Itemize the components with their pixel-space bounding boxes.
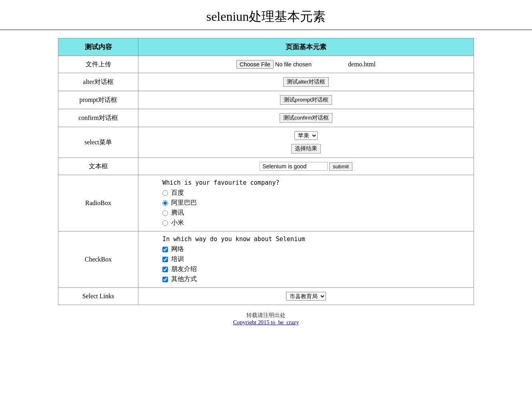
checkbox-label-wangluo: 网络 [171, 245, 184, 253]
label-text-box: 文本框 [58, 158, 138, 175]
select-links-area: 市县教育局 省教育厅 教育部 [286, 292, 326, 301]
file-input[interactable] [236, 60, 346, 69]
radio-question: Which is your favourite company? [162, 179, 467, 186]
radio-label-xiaomi: 小米 [171, 219, 184, 227]
content-text-box: submit [138, 158, 474, 175]
row-confirm: confirm对话框 测试confirm对话框 [58, 109, 474, 127]
confirm-button[interactable]: 测试confirm对话框 [280, 113, 333, 123]
checkbox-group: 网络 培训 朋友介绍 其他方式 [162, 245, 467, 283]
radio-alibaba[interactable] [162, 200, 168, 206]
links-select[interactable]: 市县教育局 省教育厅 教育部 [286, 292, 326, 301]
page-title: seleniun处理基本元素 [0, 0, 532, 30]
radio-label-baidu: 百度 [171, 189, 184, 197]
radio-label-alibaba: 阿里巴巴 [171, 199, 197, 207]
radio-xiaomi[interactable] [162, 220, 168, 226]
label-select-menu: select菜单 [58, 127, 138, 158]
checkbox-question: In which way do you know about Selenium [162, 235, 467, 243]
row-file-upload: 文件上传 demo.html [58, 56, 474, 73]
radio-option-baidu[interactable]: 百度 [162, 189, 467, 197]
radio-group: 百度 阿里巴巴 腾讯 小米 [162, 189, 467, 227]
radio-option-tencent[interactable]: 腾讯 [162, 209, 467, 217]
label-select-links: Select Links [58, 288, 138, 305]
content-radiobox: Which is your favourite company? 百度 阿里巴巴 [138, 175, 474, 231]
submit-button[interactable]: submit [329, 162, 352, 171]
content-prompt: 测试prompt对话框 [138, 91, 474, 109]
radio-option-xiaomi[interactable]: 小米 [162, 219, 467, 227]
checkbox-qita[interactable] [162, 277, 168, 282]
label-radiobox: RadioBox [58, 175, 138, 231]
file-upload-area: demo.html [236, 60, 376, 69]
checkbox-option-qita[interactable]: 其他方式 [162, 275, 467, 283]
radio-tencent[interactable] [162, 210, 168, 216]
row-prompt: prompt对话框 测试prompt对话框 [58, 91, 474, 109]
select-menu-area: 苹果 香蕉 橙子 选择结果 [145, 131, 467, 154]
fruit-select[interactable]: 苹果 香蕉 橙子 [294, 131, 318, 140]
text-input[interactable] [260, 162, 328, 171]
footer-copyright[interactable]: Copyright 2015 to_be_crazy [233, 319, 299, 325]
content-file-upload: demo.html [138, 56, 474, 73]
main-table: 测试内容 页面基本元素 文件上传 demo.html alter对话框 测试al [58, 38, 474, 305]
content-checkbox: In which way do you know about Selenium … [138, 231, 474, 288]
prompt-button[interactable]: 测试prompt对话框 [280, 95, 332, 105]
content-alter: 测试alter对话框 [138, 73, 474, 91]
file-name-display: demo.html [348, 61, 376, 68]
radio-label-tencent: 腾讯 [171, 209, 184, 217]
checkbox-label-peixun: 培训 [171, 255, 184, 263]
row-checkbox: CheckBox In which way do you know about … [58, 231, 474, 288]
radio-baidu[interactable] [162, 190, 168, 196]
content-select-menu: 苹果 香蕉 橙子 选择结果 [138, 127, 474, 158]
checkbox-label-qita: 其他方式 [171, 275, 197, 283]
label-checkbox: CheckBox [58, 231, 138, 288]
checkbox-option-peixun[interactable]: 培训 [162, 255, 467, 263]
header-col1: 测试内容 [58, 38, 138, 56]
row-select-menu: select菜单 苹果 香蕉 橙子 选择结果 [58, 127, 474, 158]
radio-option-alibaba[interactable]: 阿里巴巴 [162, 199, 467, 207]
checkbox-pengyou[interactable] [162, 267, 168, 272]
label-file-upload: 文件上传 [58, 56, 138, 73]
alter-button[interactable]: 测试alter对话框 [283, 77, 329, 87]
header-col2: 页面基本元素 [138, 38, 474, 56]
select-result-button[interactable]: 选择结果 [291, 144, 321, 154]
footer-notice: 转载请注明出处 [58, 311, 474, 319]
checkbox-peixun[interactable] [162, 257, 168, 262]
row-radiobox: RadioBox Which is your favourite company… [58, 175, 474, 231]
checkbox-option-pengyou[interactable]: 朋友介绍 [162, 265, 467, 273]
row-text-box: 文本框 submit [58, 158, 474, 175]
label-prompt: prompt对话框 [58, 91, 138, 109]
checkbox-option-wangluo[interactable]: 网络 [162, 245, 467, 253]
checkbox-label-pengyou: 朋友介绍 [171, 265, 197, 273]
label-alter: alter对话框 [58, 73, 138, 91]
content-confirm: 测试confirm对话框 [138, 109, 474, 127]
label-confirm: confirm对话框 [58, 109, 138, 127]
checkbox-wangluo[interactable] [162, 247, 168, 252]
row-alter: alter对话框 测试alter对话框 [58, 73, 474, 91]
footer: 转载请注明出处 Copyright 2015 to_be_crazy [58, 311, 474, 326]
content-select-links: 市县教育局 省教育厅 教育部 [138, 288, 474, 305]
row-select-links: Select Links 市县教育局 省教育厅 教育部 [58, 288, 474, 305]
